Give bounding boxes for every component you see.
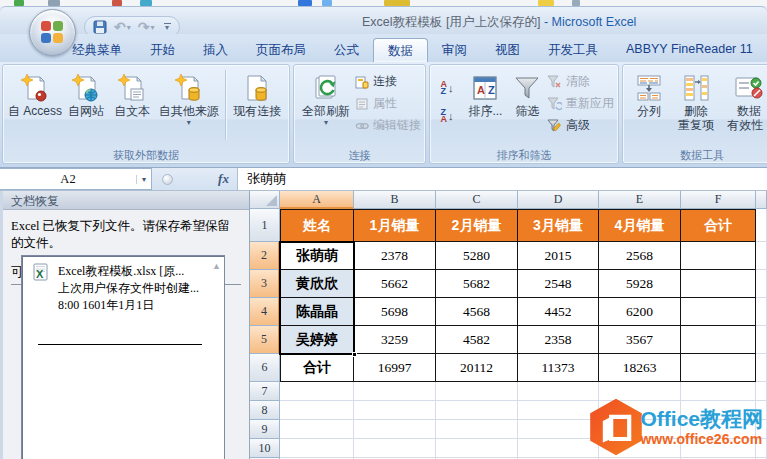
save-button[interactable] <box>93 20 107 34</box>
cell-B2[interactable]: 2378 <box>354 242 436 270</box>
cell-A5[interactable]: 吴婷婷 <box>280 326 354 354</box>
select-all-corner[interactable] <box>250 191 280 209</box>
text-to-columns-button[interactable]: 分列 <box>627 68 671 144</box>
cell-B5[interactable]: 3259 <box>354 326 436 354</box>
cell-B6[interactable]: 16997 <box>354 354 436 382</box>
edit-links-button[interactable]: 编辑链接 <box>354 116 421 135</box>
from-web-button[interactable]: 自网站 <box>63 68 109 144</box>
row-header-7[interactable]: 7 <box>250 382 280 401</box>
cell-C3[interactable]: 5682 <box>436 270 518 298</box>
tab-开发工具[interactable]: 开发工具 <box>534 38 612 62</box>
from-access-button[interactable]: 自 Access <box>7 68 63 144</box>
tab-视图[interactable]: 视图 <box>481 38 534 62</box>
filter-button[interactable]: 筛选 <box>508 68 547 144</box>
cell-E5[interactable]: 3567 <box>599 326 681 354</box>
from-other-sources-button[interactable]: 自其他来源 ▾ <box>155 68 222 144</box>
cell-C2[interactable]: 5280 <box>436 242 518 270</box>
tab-审阅[interactable]: 审阅 <box>428 38 481 62</box>
cell-C5[interactable]: 4582 <box>436 326 518 354</box>
column-header-D[interactable]: D <box>518 191 599 209</box>
cell-D6[interactable]: 11373 <box>518 354 599 382</box>
row-header-5[interactable]: 5 <box>250 326 280 354</box>
cell-G1[interactable] <box>756 209 767 242</box>
column-header-C[interactable]: C <box>436 191 518 209</box>
from-text-button[interactable]: 自文本 <box>109 68 155 144</box>
cell-C8[interactable] <box>436 401 518 420</box>
cell-G2[interactable] <box>756 242 767 270</box>
advanced-filter-button[interactable]: 高级 <box>547 116 614 135</box>
customize-qat-button[interactable]: ▾ <box>164 23 171 31</box>
cell-A2[interactable]: 张萌萌 <box>280 242 354 270</box>
row-header-3[interactable]: 3 <box>250 270 280 298</box>
tab-数据[interactable]: 数据 <box>373 38 428 62</box>
redo-button[interactable]: ↷ ▾ <box>138 20 155 34</box>
cell-C10[interactable] <box>436 439 518 458</box>
name-box-dropdown-icon[interactable]: ▾ <box>136 175 151 184</box>
cell-F3[interactable] <box>681 270 756 298</box>
cell-F6[interactable] <box>681 354 756 382</box>
tab-插入[interactable]: 插入 <box>189 38 242 62</box>
cell-G4[interactable] <box>756 298 767 326</box>
cell-E6[interactable]: 18263 <box>599 354 681 382</box>
cell-A6[interactable]: 合计 <box>280 354 354 382</box>
insert-function-button[interactable]: fx <box>210 168 238 190</box>
cell-A10[interactable] <box>280 439 354 458</box>
column-header-F[interactable]: F <box>681 191 756 209</box>
row-header-8[interactable]: 8 <box>250 401 280 420</box>
row-header-6[interactable]: 6 <box>250 354 280 382</box>
cell-B8[interactable] <box>354 401 436 420</box>
cell-C6[interactable]: 20112 <box>436 354 518 382</box>
cell-C9[interactable] <box>436 420 518 439</box>
cell-B10[interactable] <box>354 439 436 458</box>
cell-A4[interactable]: 陈晶晶 <box>280 298 354 326</box>
tab-公式[interactable]: 公式 <box>320 38 373 62</box>
cell-E4[interactable]: 6200 <box>599 298 681 326</box>
cell-A8[interactable] <box>280 401 354 420</box>
cell-B1[interactable]: 1月销量 <box>354 209 436 242</box>
cell-D1[interactable]: 3月销量 <box>518 209 599 242</box>
column-header-A[interactable]: A <box>280 191 354 209</box>
clear-filter-button[interactable]: 清除 <box>547 72 614 91</box>
sort-dialog-button[interactable]: A Z 排序... <box>463 68 508 144</box>
cell-F5[interactable] <box>681 326 756 354</box>
row-header-1[interactable]: 1 <box>250 209 280 242</box>
cell-F2[interactable] <box>681 242 756 270</box>
cell-G5[interactable] <box>756 326 767 354</box>
cell-B9[interactable] <box>354 420 436 439</box>
undo-button[interactable]: ↶ ▾ <box>114 20 131 34</box>
cell-C4[interactable]: 4568 <box>436 298 518 326</box>
cell-A3[interactable]: 黄欣欣 <box>280 270 354 298</box>
redo-dropdown-icon[interactable]: ▾ <box>150 23 154 32</box>
scroll-up-icon[interactable]: ▲ <box>212 261 221 271</box>
tab-开始[interactable]: 开始 <box>136 38 189 62</box>
cell-B4[interactable]: 5698 <box>354 298 436 326</box>
cell-E1[interactable]: 4月销量 <box>599 209 681 242</box>
row-header-4[interactable]: 4 <box>250 298 280 326</box>
cell-G6[interactable] <box>756 354 767 382</box>
cell-B7[interactable] <box>354 382 436 401</box>
recovered-file-item[interactable]: X Excel教程模板.xlsx [原... 上次用户保存文件时创建... 8:… <box>22 256 224 314</box>
cell-D3[interactable]: 2548 <box>518 270 599 298</box>
cell-A1[interactable]: 姓名 <box>280 209 354 242</box>
reapply-filter-button[interactable]: 重新应用 <box>547 94 614 113</box>
cell-D2[interactable]: 2015 <box>518 242 599 270</box>
sort-za-descending-button[interactable]: ZA ↓ <box>434 104 460 128</box>
remove-duplicates-button[interactable]: 删除 重复项 <box>671 68 721 144</box>
undo-dropdown-icon[interactable]: ▾ <box>127 23 131 32</box>
data-validation-button[interactable]: 数据 有效性 ▾ <box>721 68 767 144</box>
properties-button[interactable]: 属性 <box>354 94 421 113</box>
column-header-E[interactable]: E <box>599 191 681 209</box>
row-header-9[interactable]: 9 <box>250 420 280 439</box>
cell-F4[interactable] <box>681 298 756 326</box>
cell-E3[interactable]: 5928 <box>599 270 681 298</box>
cell-E2[interactable]: 2568 <box>599 242 681 270</box>
cell-A9[interactable] <box>280 420 354 439</box>
existing-connections-button[interactable]: 现有连接 <box>229 68 285 144</box>
office-button[interactable] <box>29 9 76 56</box>
cell-C1[interactable]: 2月销量 <box>436 209 518 242</box>
cell-B3[interactable]: 5662 <box>354 270 436 298</box>
cell-C7[interactable] <box>436 382 518 401</box>
tab-ABBYY FineReader 11[interactable]: ABBYY FineReader 11 <box>612 38 767 62</box>
formula-content[interactable]: 张萌萌 <box>238 168 767 190</box>
column-header-B[interactable]: B <box>354 191 436 209</box>
